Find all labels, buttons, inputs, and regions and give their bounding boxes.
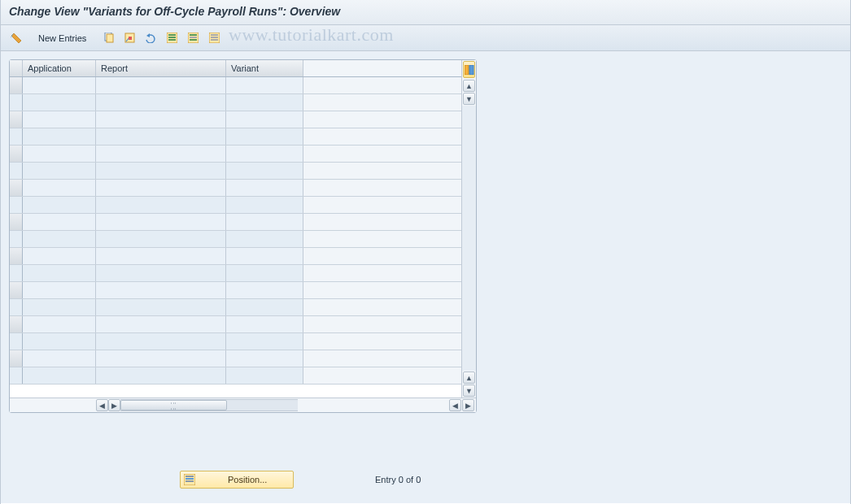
cell-application[interactable] (23, 111, 96, 128)
cell-report[interactable] (96, 94, 226, 111)
cell-report[interactable] (96, 180, 226, 196)
cell-report[interactable] (96, 214, 226, 230)
cell-variant[interactable] (226, 163, 303, 179)
scroll-up-button[interactable]: ▲ (463, 80, 475, 92)
row-selector[interactable] (10, 265, 23, 281)
scroll-up-end-button[interactable]: ▲ (463, 371, 475, 384)
hscroll-step-left-end-button[interactable]: ◀ (449, 399, 461, 411)
table-row[interactable] (10, 163, 461, 180)
table-row[interactable] (10, 299, 461, 316)
scroll-down-button[interactable]: ▼ (463, 93, 475, 105)
cell-variant[interactable] (226, 180, 303, 196)
table-row[interactable] (10, 197, 461, 214)
table-row[interactable] (10, 350, 461, 367)
cell-application[interactable] (23, 146, 96, 162)
cell-variant[interactable] (226, 248, 303, 264)
col-header-variant[interactable]: Variant (226, 60, 303, 76)
cell-application[interactable] (23, 197, 96, 213)
row-selector[interactable] (10, 146, 23, 162)
row-selector[interactable] (10, 350, 23, 367)
cell-application[interactable] (23, 265, 96, 281)
cell-report[interactable] (96, 350, 226, 367)
cell-report[interactable] (96, 231, 226, 247)
table-row[interactable] (10, 94, 461, 111)
cell-variant[interactable] (226, 333, 303, 350)
hscroll-left-button[interactable]: ◀ (96, 399, 108, 411)
cell-report[interactable] (96, 128, 226, 145)
row-selector[interactable] (10, 197, 23, 213)
cell-variant[interactable] (226, 299, 303, 315)
table-row[interactable] (10, 265, 461, 282)
table-row[interactable] (10, 214, 461, 231)
cell-report[interactable] (96, 111, 226, 128)
cell-report[interactable] (96, 299, 226, 315)
table-row[interactable] (10, 146, 461, 163)
cell-variant[interactable] (226, 197, 303, 213)
position-button[interactable]: Position... (180, 471, 294, 489)
cell-variant[interactable] (226, 94, 303, 111)
cell-variant[interactable] (226, 265, 303, 281)
cell-variant[interactable] (226, 231, 303, 247)
row-selector[interactable] (10, 333, 23, 350)
cell-report[interactable] (96, 316, 226, 332)
row-selector[interactable] (10, 248, 23, 264)
cell-application[interactable] (23, 180, 96, 196)
cell-variant[interactable] (226, 128, 303, 145)
cell-report[interactable] (96, 367, 226, 384)
cell-application[interactable] (23, 299, 96, 315)
table-row[interactable] (10, 77, 461, 94)
display-change-button[interactable] (7, 30, 25, 46)
hscroll-step-right-button[interactable]: ▶ (108, 399, 120, 411)
cell-report[interactable] (96, 282, 226, 298)
cell-variant[interactable] (226, 367, 303, 384)
configure-columns-button[interactable] (463, 61, 475, 78)
cell-report[interactable] (96, 197, 226, 213)
cell-report[interactable] (96, 333, 226, 350)
scroll-down-end-button[interactable]: ▼ (463, 385, 475, 397)
cell-application[interactable] (23, 231, 96, 247)
cell-application[interactable] (23, 214, 96, 230)
cell-variant[interactable] (226, 214, 303, 230)
col-header-report[interactable]: Report (96, 60, 226, 76)
cell-application[interactable] (23, 367, 96, 384)
row-selector[interactable] (10, 111, 23, 128)
cell-application[interactable] (23, 94, 96, 111)
row-selector[interactable] (10, 367, 23, 384)
cell-report[interactable] (96, 163, 226, 179)
cell-application[interactable] (23, 350, 96, 367)
row-selector[interactable] (10, 77, 23, 93)
table-row[interactable] (10, 282, 461, 299)
cell-application[interactable] (23, 282, 96, 298)
delete-button[interactable] (120, 30, 138, 46)
table-row[interactable] (10, 367, 461, 385)
row-selector[interactable] (10, 163, 23, 179)
row-selector[interactable] (10, 94, 23, 111)
cell-report[interactable] (96, 146, 226, 162)
hscroll-track[interactable] (120, 399, 298, 411)
cell-variant[interactable] (226, 77, 303, 93)
cell-application[interactable] (23, 77, 96, 93)
cell-application[interactable] (23, 333, 96, 350)
cell-application[interactable] (23, 163, 96, 179)
copy-button[interactable] (99, 30, 117, 46)
cell-application[interactable] (23, 316, 96, 332)
row-selector[interactable] (10, 214, 23, 230)
cell-variant[interactable] (226, 282, 303, 298)
table-row[interactable] (10, 128, 461, 146)
cell-variant[interactable] (226, 350, 303, 367)
select-block-button[interactable] (184, 30, 202, 46)
deselect-all-button[interactable] (205, 30, 223, 46)
cell-variant[interactable] (226, 316, 303, 332)
vscroll-track[interactable] (462, 106, 476, 371)
cell-variant[interactable] (226, 111, 303, 128)
cell-variant[interactable] (226, 146, 303, 162)
table-row[interactable] (10, 111, 461, 128)
table-row[interactable] (10, 248, 461, 265)
row-selector[interactable] (10, 316, 23, 332)
new-entries-button[interactable]: New Entries (33, 32, 91, 45)
row-selector[interactable] (10, 180, 23, 196)
table-row[interactable] (10, 180, 461, 197)
hscroll-thumb[interactable] (120, 400, 227, 411)
row-selector[interactable] (10, 299, 23, 315)
cell-report[interactable] (96, 248, 226, 264)
